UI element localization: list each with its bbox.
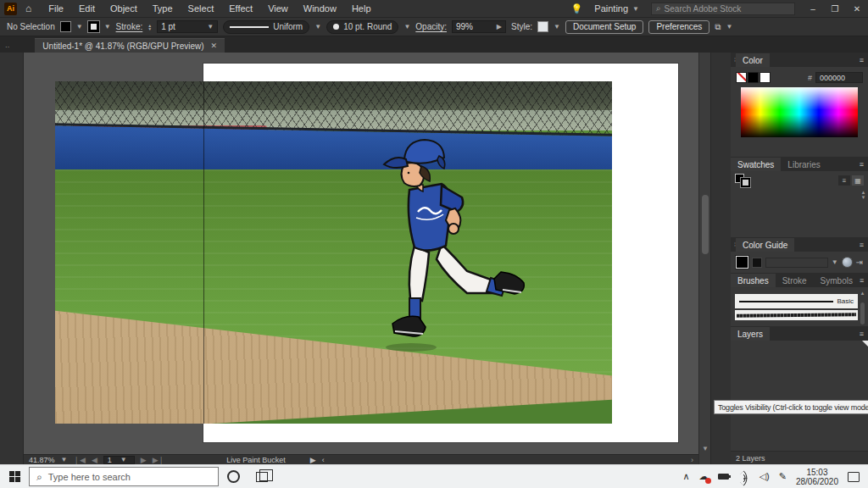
width-profile-select[interactable]: Uniform	[223, 20, 309, 34]
menu-window[interactable]: Window	[297, 2, 343, 15]
list-view-button[interactable]: ≡	[838, 175, 850, 186]
cortana-button[interactable]	[219, 465, 248, 488]
nav-next-icon[interactable]: ▶	[141, 456, 147, 464]
opacity-field[interactable]: 99% ▶	[452, 20, 506, 33]
panel-menu-icon[interactable]: ≡	[860, 241, 864, 249]
color-white-swatch[interactable]	[760, 72, 771, 83]
swatch-scroll-down-icon[interactable]: ▼	[861, 195, 866, 200]
menu-edit[interactable]: Edit	[72, 2, 102, 15]
onedrive-icon[interactable]: ☁	[699, 471, 709, 482]
menu-file[interactable]: File	[42, 2, 70, 15]
app-logo-icon[interactable]: Ai	[4, 3, 17, 15]
nav-last-icon[interactable]: ▶❘	[153, 456, 164, 464]
color-panel-tab[interactable]: Color	[736, 53, 770, 67]
nav-prev-icon[interactable]: ◀	[92, 456, 97, 464]
chevron-down-icon[interactable]: ▼	[314, 23, 321, 30]
start-button[interactable]	[0, 465, 29, 488]
scroll-right-icon[interactable]: ›	[691, 456, 693, 464]
chevron-down-icon[interactable]: ▼	[403, 23, 410, 30]
edit-colors-icon[interactable]: ⇥	[856, 258, 863, 267]
grid-view-button[interactable]: ▦	[852, 175, 864, 186]
traced-running-boy[interactable]	[367, 134, 554, 371]
document-setup-button[interactable]: Document Setup	[565, 20, 644, 34]
battery-icon[interactable]	[718, 474, 729, 480]
task-view-button[interactable]	[248, 465, 276, 488]
color-wheel-icon[interactable]	[842, 257, 853, 268]
secondary-color-swatch[interactable]	[752, 258, 762, 268]
stroke-label[interactable]: Stroke:	[116, 22, 143, 31]
swatches-tab[interactable]: Swatches	[731, 158, 781, 171]
volume-icon[interactable]: ◁)	[760, 471, 770, 482]
vertical-scroll-thumb[interactable]	[702, 195, 709, 254]
discover-icon[interactable]: 💡	[571, 3, 583, 14]
harmony-strip[interactable]	[765, 258, 828, 268]
tab-overflow-dots[interactable]: ‥	[5, 42, 9, 49]
color-guide-tab[interactable]: Color Guide	[736, 238, 794, 252]
basic-brush-row[interactable]: Basic	[735, 294, 858, 308]
stroke-weight-stepper[interactable]: ▲▼	[147, 24, 152, 30]
stroke-weight-field[interactable]: 1 pt ▼	[157, 20, 218, 33]
scroll-left-icon[interactable]: ‹	[322, 456, 325, 464]
stroke-tab[interactable]: Stroke	[776, 274, 814, 287]
brush-scroll-thumb[interactable]	[860, 302, 865, 324]
panel-menu-icon[interactable]: ≡	[860, 276, 864, 285]
artboard-navigation-field[interactable]: 1 ▼	[103, 456, 135, 464]
chevron-down-icon[interactable]: ▼	[726, 23, 733, 30]
charcoal-brush-row[interactable]	[735, 310, 858, 320]
menu-effect[interactable]: Effect	[222, 2, 259, 15]
graphic-style-swatch[interactable]	[537, 21, 548, 32]
placed-photo[interactable]	[55, 81, 612, 424]
canvas-area[interactable]	[24, 53, 698, 454]
taskbar-search-input[interactable]: ⌕ Type here to search	[29, 467, 219, 486]
tab-close-icon[interactable]: ✕	[211, 42, 218, 50]
restore-button[interactable]: ❐	[824, 0, 846, 17]
vertical-scrollbar[interactable]: ▼	[698, 53, 710, 464]
scroll-down-icon[interactable]: ▼	[702, 445, 709, 452]
brush-scroll-up-icon[interactable]: ▲	[860, 291, 865, 296]
close-button[interactable]: ✕	[846, 0, 868, 17]
align-options-icon[interactable]: ⧉	[715, 22, 721, 32]
chevron-down-icon[interactable]: ▼	[76, 23, 83, 30]
panel-menu-icon[interactable]: ≡	[860, 56, 864, 64]
zoom-chevron-icon[interactable]: ▼	[61, 456, 68, 463]
color-spectrum[interactable]	[741, 87, 858, 137]
clock[interactable]: 15:03 28/06/2020	[796, 468, 838, 486]
windows-ink-icon[interactable]: ✎	[779, 471, 787, 482]
menu-type[interactable]: Type	[146, 2, 180, 15]
panel-menu-icon[interactable]: ≡	[860, 160, 864, 169]
hex-value-input[interactable]: 000000	[815, 72, 863, 83]
minimize-button[interactable]: –	[802, 0, 824, 17]
workspace-switcher[interactable]: Painting ▼	[589, 2, 644, 15]
document-tab[interactable]: Untitled-1* @ 41.87% (RGB/GPU Preview) ✕	[35, 38, 225, 53]
color-none-swatch[interactable]	[736, 72, 747, 83]
swatches-fill-stroke[interactable]	[735, 174, 750, 187]
color-black-swatch[interactable]	[748, 72, 759, 83]
chevron-down-icon[interactable]: ▼	[554, 23, 560, 30]
fill-color-swatch[interactable]	[60, 21, 71, 32]
base-color-swatch[interactable]	[736, 256, 748, 269]
tray-chevron-icon[interactable]: ∧	[683, 471, 690, 482]
brushes-tab[interactable]: Brushes	[731, 274, 776, 287]
symbols-tab[interactable]: Symbols	[814, 274, 860, 287]
stroke-color-swatch[interactable]	[88, 21, 99, 32]
brush-definition-select[interactable]: 10 pt. Round	[326, 20, 398, 34]
chevron-down-icon[interactable]: ▼	[104, 23, 111, 30]
libraries-tab[interactable]: Libraries	[781, 158, 826, 171]
zoom-level[interactable]: 41.87%	[29, 456, 55, 464]
action-center-icon[interactable]	[848, 472, 860, 482]
wifi-icon[interactable]	[738, 473, 750, 481]
menu-view[interactable]: View	[261, 2, 295, 15]
home-icon[interactable]: ⌂	[25, 3, 31, 14]
panel-menu-icon[interactable]: ≡	[860, 330, 864, 338]
tools-panel	[0, 53, 24, 464]
status-expander-icon[interactable]: ▶	[310, 456, 316, 464]
menu-select[interactable]: Select	[181, 2, 221, 15]
stock-search-input[interactable]: ⌕ Search Adobe Stock	[651, 3, 795, 15]
menu-help[interactable]: Help	[345, 2, 378, 15]
layers-tab[interactable]: Layers	[731, 327, 770, 341]
preferences-button[interactable]: Preferences	[648, 20, 709, 34]
nav-first-icon[interactable]: ❘◀	[73, 456, 85, 464]
menu-object[interactable]: Object	[103, 2, 144, 15]
chevron-down-icon[interactable]: ▼	[832, 258, 838, 266]
opacity-label[interactable]: Opacity:	[415, 22, 447, 31]
